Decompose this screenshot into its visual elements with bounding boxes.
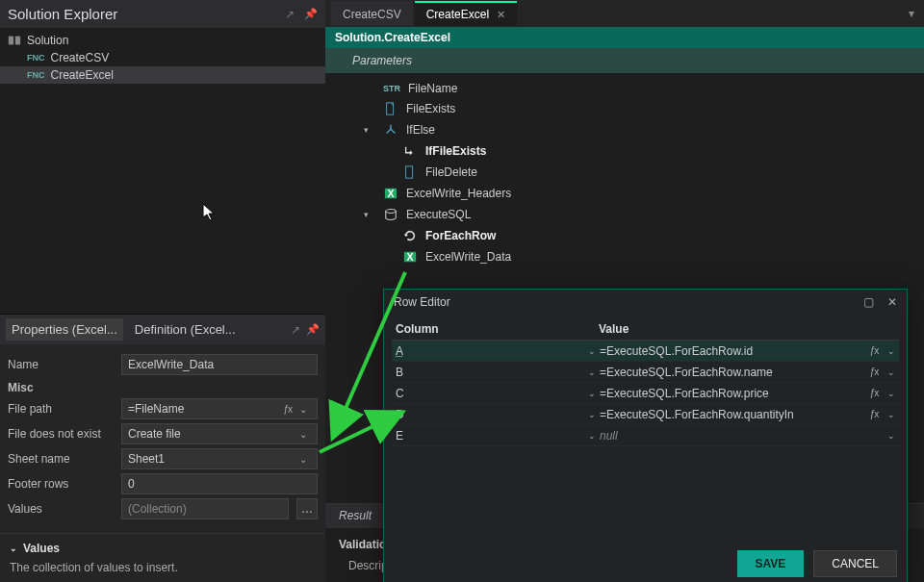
tab-createexcel[interactable]: CreateExcel ✕ (415, 1, 517, 26)
node-iffileexists[interactable]: IfFileExists (325, 140, 924, 162)
prop-label-name: Name (8, 358, 114, 371)
maximize-icon[interactable]: ▢ (863, 295, 874, 309)
chevron-down-icon[interactable]: ⌄ (584, 410, 600, 419)
tree-item-solution[interactable]: Solution (0, 32, 325, 49)
expression-icon[interactable]: ƒx (864, 409, 884, 419)
prop-value: =FileName (128, 402, 184, 416)
save-button[interactable]: SAVE (737, 550, 805, 577)
cell-value[interactable]: =ExecuteSQL.ForEachRow.id (600, 344, 864, 358)
database-icon (383, 207, 398, 222)
node-label: FileName (408, 82, 457, 95)
file-icon (402, 164, 418, 180)
row-editor-row[interactable]: E ⌄ null ⌄ (392, 425, 899, 446)
row-editor-row[interactable]: B ⌄ =ExecuteSQL.ForEachRow.name ƒx ⌄ (392, 362, 899, 383)
values-desc-text: The collection of values to insert. (10, 561, 316, 574)
tree-item-label: Solution (27, 34, 68, 47)
ellipsis-button[interactable]: … (296, 498, 318, 519)
dialog-title: Row Editor (394, 295, 450, 309)
expression-icon[interactable]: ƒx (864, 345, 884, 356)
tab-definition[interactable]: Definition (Excel... (129, 318, 242, 341)
node-ifelse[interactable]: ▾ IfElse (325, 119, 924, 140)
tab-label: CreateCSV (343, 8, 401, 21)
svg-point-6 (386, 210, 397, 214)
prop-input-filedne[interactable]: Create file ⌄ (121, 423, 318, 444)
close-icon[interactable]: ✕ (497, 9, 505, 21)
cell-value[interactable]: =ExecuteSQL.ForEachRow.price (600, 387, 864, 400)
chevron-down-icon[interactable]: ▾ (364, 210, 375, 219)
solution-explorer-title: Solution Explorer (8, 6, 117, 22)
chevron-down-icon[interactable]: ⌄ (584, 346, 600, 356)
prop-value: (Collection) (128, 502, 187, 516)
pin-icon[interactable]: 📌 (304, 8, 318, 21)
cell-column[interactable]: D (392, 408, 584, 421)
tab-properties[interactable]: Properties (Excel... (6, 318, 123, 341)
chevron-down-icon[interactable]: ▾ (364, 125, 375, 135)
cell-column[interactable]: A (392, 344, 584, 358)
branch-icon (383, 122, 398, 138)
parameters-header[interactable]: Parameters (325, 48, 924, 73)
node-label: IfFileExists (425, 144, 486, 158)
file-icon (383, 101, 398, 116)
cell-value[interactable]: =ExecuteSQL.ForEachRow.quantityIn (600, 408, 864, 421)
row-editor-row[interactable]: C ⌄ =ExecuteSQL.ForEachRow.price ƒx ⌄ (392, 383, 899, 404)
node-label: ExcelWrite_Headers (406, 187, 511, 200)
fnc-badge-icon: FNC (27, 53, 45, 63)
cell-column[interactable]: E (392, 429, 584, 443)
tab-result[interactable]: Result (325, 504, 385, 528)
breadcrumb: Solution.CreateExcel (325, 27, 924, 48)
cancel-button[interactable]: CANCEL (813, 550, 897, 577)
chevron-down-icon[interactable]: ⌄ (295, 454, 311, 465)
prop-input-name[interactable] (121, 354, 318, 375)
close-icon[interactable]: ✕ (887, 295, 897, 309)
chevron-down-icon[interactable]: ⌄ (884, 431, 899, 441)
tree-item-createcsv[interactable]: FNC CreateCSV (0, 49, 325, 66)
prop-label-filepath: File path (8, 402, 114, 416)
cell-column[interactable]: C (392, 387, 584, 400)
tabs-menu-icon[interactable]: ▾ (899, 7, 924, 20)
values-desc-title[interactable]: ⌄Values (10, 542, 316, 555)
row-editor-row[interactable]: D ⌄ =ExecuteSQL.ForEachRow.quantityIn ƒx… (392, 404, 899, 425)
column-header-column: Column (392, 322, 599, 336)
node-label: ForEachRow (425, 229, 496, 242)
chevron-down-icon[interactable]: ⌄ (884, 410, 899, 419)
node-label: FileDelete (425, 165, 477, 179)
cell-value[interactable]: =ExecuteSQL.ForEachRow.name (600, 366, 864, 379)
chevron-down-icon[interactable]: ⌄ (884, 389, 899, 398)
loop-icon (402, 228, 418, 243)
node-excelwrite-data[interactable]: X ExcelWrite_Data (325, 246, 924, 267)
prop-input-values[interactable]: (Collection) (121, 498, 289, 519)
prop-input-filepath[interactable]: =FileName ƒx⌄ (121, 398, 318, 419)
chevron-down-icon[interactable]: ⌄ (584, 431, 600, 441)
popout-icon[interactable]: ↗ (285, 8, 295, 21)
svg-rect-1 (15, 37, 20, 45)
node-executesql[interactable]: ▾ ExecuteSQL (325, 204, 924, 225)
prop-input-footer[interactable] (121, 473, 318, 494)
tab-createcsv[interactable]: CreateCSV (331, 1, 413, 26)
cell-column[interactable]: B (392, 366, 584, 379)
tree-item-createexcel[interactable]: FNC CreateExcel (0, 66, 325, 84)
chevron-down-icon[interactable]: ⌄ (884, 346, 899, 356)
chevron-down-icon[interactable]: ⌄ (584, 367, 600, 377)
node-excelwrite-headers[interactable]: X ExcelWrite_Headers (325, 183, 924, 204)
node-foreachrow[interactable]: ForEachRow (325, 225, 924, 246)
node-filedelete[interactable]: FileDelete (325, 162, 924, 183)
excel-icon: X (383, 186, 398, 201)
node-label: IfElse (406, 123, 435, 137)
popout-icon[interactable]: ↗ (291, 323, 300, 337)
chevron-down-icon[interactable]: ⌄ (295, 429, 311, 440)
expression-icon[interactable]: ƒx (279, 404, 295, 415)
expression-icon[interactable]: ƒx (864, 388, 884, 398)
node-fileexists[interactable]: FileExists (325, 98, 924, 119)
chevron-down-icon: ⌄ (10, 544, 17, 553)
node-filename[interactable]: STR FileName (325, 79, 924, 98)
prop-input-sheet[interactable]: Sheet1 ⌄ (121, 448, 318, 469)
expression-icon[interactable]: ƒx (864, 367, 884, 377)
tab-label: CreateExcel (426, 8, 489, 21)
row-editor-row[interactable]: A ⌄ =ExecuteSQL.ForEachRow.id ƒx ⌄ (392, 341, 899, 362)
excel-icon: X (402, 249, 418, 265)
chevron-down-icon[interactable]: ⌄ (884, 367, 899, 377)
pin-icon[interactable]: 📌 (306, 323, 320, 336)
cell-value[interactable]: null (600, 429, 864, 443)
chevron-down-icon[interactable]: ⌄ (584, 389, 600, 398)
chevron-down-icon[interactable]: ⌄ (295, 404, 311, 415)
